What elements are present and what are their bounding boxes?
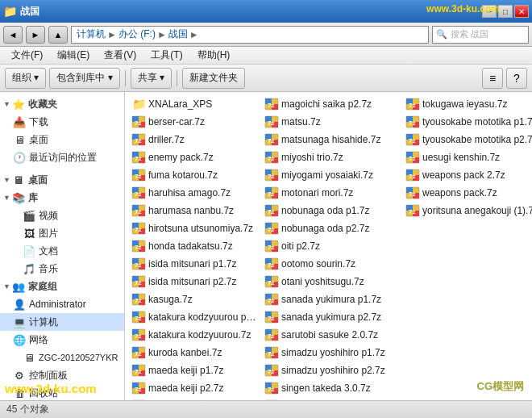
sidebar-item-desktop[interactable]: 🖥 桌面 — [0, 131, 124, 148]
list-item[interactable]: 7z katakura kodzyuurou.7z — [128, 326, 261, 344]
address-path[interactable]: 计算机 ► 办公 (F:) ► 战国 ► — [71, 26, 429, 44]
sidebar-item-network[interactable]: 🌐 网络 — [0, 331, 124, 349]
new-folder-button[interactable]: 新建文件夹 — [182, 68, 245, 89]
sidebar-item-zgc[interactable]: 🖥 ZGC-20120527YKR — [0, 349, 124, 366]
share-button[interactable]: 共享 ▾ — [131, 68, 172, 89]
sidebar-group-homegroup[interactable]: ▼ 👥 家庭组 — [0, 278, 124, 295]
up-button[interactable]: ▲ — [48, 26, 68, 44]
svg-text:7z: 7z — [135, 173, 141, 180]
file-name: miyoshi trio.7z — [281, 152, 343, 163]
archive-icon: 7z — [131, 240, 146, 253]
list-item[interactable]: 7z kasuga.7z — [128, 291, 261, 308]
list-item[interactable]: 7z motonari mori.7z — [261, 184, 402, 202]
sidebar-item-recent[interactable]: 🕐 最近访问的位置 — [0, 148, 124, 166]
list-item[interactable]: 7z singen takeda 3.0.7z — [261, 379, 402, 397]
list-item[interactable]: 7z honda tadakatsu.7z — [128, 237, 261, 255]
list-item[interactable]: 7z otani yoshitsugu.7z — [261, 273, 402, 291]
svg-text:7z: 7z — [135, 297, 141, 304]
list-item[interactable]: 7z ootomo sourin.7z — [261, 255, 402, 273]
minimize-button[interactable]: ─ — [482, 5, 497, 18]
crumb-current[interactable]: 战国 — [168, 27, 188, 41]
list-item[interactable]: 7z kuroda kanbei.7z — [128, 344, 261, 362]
maximize-button[interactable]: □ — [498, 5, 513, 18]
list-item[interactable]: 7z sanada yukimura p1.7z — [261, 291, 402, 308]
list-item[interactable]: 7z maeda tosiie.7z — [128, 397, 261, 400]
list-item[interactable]: 7z tatibana munesige p2.7z — [261, 397, 402, 400]
list-item[interactable]: 7z sanada yukimura p2.7z — [261, 308, 402, 326]
help-button[interactable]: ? — [506, 68, 527, 89]
list-item[interactable]: 7z simadzu yoshihiro p2.7z — [261, 362, 402, 379]
sidebar-item-recycle[interactable]: 🗑 回收站 — [0, 384, 124, 400]
list-item[interactable]: 7z hirotsuna utsunomiya.7z — [128, 219, 261, 237]
list-item[interactable]: 7z nobunaga oda p2.7z — [261, 219, 402, 237]
list-item[interactable]: 7z oiti p2.7z — [261, 237, 402, 255]
list-item[interactable]: 7z maeda keiji p1.7z — [128, 362, 261, 379]
list-item[interactable]: 7z tyousokabe mototika p1.7z — [402, 113, 532, 131]
back-button[interactable]: ◄ — [3, 26, 23, 44]
list-item[interactable]: 7z isida mitsunari p1.7z — [128, 255, 261, 273]
list-item[interactable]: 7z fuma kotarou.7z — [128, 166, 261, 184]
sidebar-item-control-panel[interactable]: ⚙ 控制面板 — [0, 366, 124, 384]
list-item[interactable]: 7z miyogami yosaiaki.7z — [261, 166, 402, 184]
list-item[interactable]: 7z berser-car.7z — [128, 113, 261, 131]
sidebar-item-documents[interactable]: 📄 文档 — [0, 242, 124, 260]
list-item[interactable]: 7z haruhisa amago.7z — [128, 184, 261, 202]
close-button[interactable]: ✕ — [514, 5, 529, 18]
file-name: fuma kotarou.7z — [148, 169, 218, 181]
list-item[interactable]: 7z simadzu yoshihiro p1.7z — [261, 344, 402, 362]
list-item[interactable]: 7z nobunaga oda p1.7z — [261, 202, 402, 219]
archive-icon: 7z — [405, 186, 420, 199]
list-item[interactable]: 7z uesugi kenshin.7z — [402, 148, 532, 166]
sidebar-item-downloads[interactable]: 📥 下载 — [0, 113, 124, 131]
library-icon: 📚 — [12, 191, 25, 204]
list-item[interactable]: 7z isida mitsunari p2.7z — [128, 273, 261, 291]
computer-icon: 💻 — [13, 316, 26, 328]
list-item[interactable]: 📁 XNALara_XPS — [128, 95, 261, 113]
sidebar-group-favorites[interactable]: ▼ ⭐ 收藏夹 — [0, 95, 124, 113]
homegroup-icon: 👥 — [12, 280, 25, 293]
list-item[interactable]: 7z katakura kodzyuurou p2.7z — [128, 308, 261, 326]
menu-view[interactable]: 查看(V) — [98, 47, 143, 64]
organize-button[interactable]: 组织 ▾ — [5, 68, 46, 89]
list-item[interactable]: 7z matsunaga hisahide.7z — [261, 131, 402, 148]
view-button[interactable]: ≡ — [482, 68, 503, 89]
menu-tools[interactable]: 工具(T) — [144, 47, 189, 64]
list-item[interactable]: 7z harumasa nanbu.7z — [128, 202, 261, 219]
list-item[interactable]: 7z weapons pack 2.7z — [402, 166, 532, 184]
svg-text:7z: 7z — [135, 315, 141, 322]
file-name: simadzu yoshihiro p2.7z — [281, 365, 385, 376]
file-name: sarutobi sasuke 2.0.7z — [281, 329, 378, 341]
archive-icon: 7z — [264, 364, 279, 377]
menu-file[interactable]: 文件(F) — [5, 47, 49, 64]
list-item[interactable]: 7z enemy pack.7z — [128, 148, 261, 166]
crumb-office[interactable]: 办公 (F:) — [118, 27, 156, 41]
list-item[interactable]: 7z tyousokabe mototika p2.7z — [402, 131, 532, 148]
sidebar-group-library[interactable]: ▼ 📚 库 — [0, 189, 124, 207]
sidebar-item-pictures[interactable]: 🖼 图片 — [0, 224, 124, 242]
archive-icon: 7z — [264, 382, 279, 395]
crumb-computer[interactable]: 计算机 — [77, 27, 106, 41]
sidebar-item-music[interactable]: 🎵 音乐 — [0, 260, 124, 278]
list-item[interactable]: 7z tokugawa ieyasu.7z — [402, 95, 532, 113]
list-item[interactable]: 7z driller.7z — [128, 131, 261, 148]
sidebar-item-video[interactable]: 🎬 视频 — [0, 207, 124, 224]
library-button[interactable]: 包含到库中 ▾ — [49, 68, 119, 89]
archive-icon: 7z — [264, 186, 279, 199]
list-item[interactable]: 7z yoritsuna anegakouji (1).7z — [402, 202, 532, 219]
search-box[interactable]: 🔍 搜索 战国 — [432, 26, 529, 44]
sidebar-item-administrator[interactable]: 👤 Administrator — [0, 295, 124, 313]
list-item[interactable]: 7z matsu.7z — [261, 113, 402, 131]
menu-edit[interactable]: 编辑(E) — [51, 47, 96, 64]
svg-text:7z: 7z — [268, 386, 274, 393]
svg-text:7z: 7z — [409, 190, 415, 198]
list-item[interactable]: 7z weapons pack.7z — [402, 184, 532, 202]
forward-button[interactable]: ► — [26, 26, 45, 44]
list-item[interactable]: 7z maeda keiji p2.7z — [128, 379, 261, 397]
list-item[interactable]: 7z miyoshi trio.7z — [261, 148, 402, 166]
sidebar-item-computer[interactable]: 💻 计算机 — [0, 313, 124, 331]
list-item[interactable]: 7z sarutobi sasuke 2.0.7z — [261, 326, 402, 344]
file-list[interactable]: 📁 XNALara_XPS 7z berser-car.7z 7z drille… — [125, 92, 532, 400]
menu-help[interactable]: 帮助(H) — [191, 47, 237, 64]
sidebar-group-desktop[interactable]: ▼ 🖥 桌面 — [0, 171, 124, 189]
list-item[interactable]: 7z magoichi saika p2.7z — [261, 95, 402, 113]
